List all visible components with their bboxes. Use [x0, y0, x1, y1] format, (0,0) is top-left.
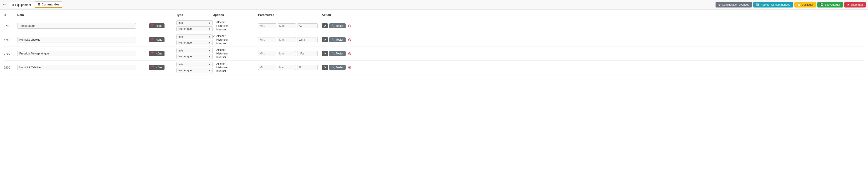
type-primary-select[interactable]: Info ▼ [176, 21, 213, 26]
cell-options: Afficher Historiser Inverser [213, 62, 258, 73]
icone-button[interactable]: 🚩 Icône [149, 51, 164, 56]
type-secondary-value: Numérique [178, 69, 192, 72]
type-primary-select[interactable]: Info ▼ [176, 48, 213, 53]
param-max-input[interactable] [278, 37, 296, 42]
param-max-input[interactable] [278, 65, 296, 70]
option-item: Inverser [213, 56, 258, 59]
chevron-down-icon: ▼ [208, 36, 211, 38]
remove-button[interactable]: ⊖ [347, 51, 352, 56]
option-label: Inverser [216, 42, 226, 45]
param-unit-input[interactable] [297, 51, 318, 56]
sauvegarder-label: Sauvegarder [825, 3, 840, 6]
dupliquer-button[interactable]: 📋 Dupliquer [795, 2, 816, 7]
chevron-down-icon: ▼ [208, 28, 211, 30]
option-item: Historiser [213, 24, 258, 28]
option-item: Inverser [213, 42, 258, 45]
minus-circle-icon: ⊖ [348, 51, 351, 56]
param-min-input[interactable] [258, 51, 276, 56]
table-body: 9798 🚩 Icône Info ▼ Numérique ▼ Afficher [4, 19, 864, 74]
tester-button[interactable]: 🔧 Tester [329, 37, 346, 42]
icone-button[interactable]: 🚩 Icône [149, 37, 164, 42]
type-secondary-select[interactable]: Numérique ▼ [176, 26, 213, 31]
top-actions-bar: ⚙ Configuration avancée 🔄 Recréer les co… [716, 2, 866, 7]
tester-button[interactable]: 🔧 Tester [329, 51, 346, 56]
supprimer-button[interactable]: ✖ Supprimer [844, 2, 866, 7]
type-primary-value: Info [178, 63, 183, 66]
type-secondary-select[interactable]: Numérique ▼ [176, 54, 213, 59]
type-secondary-select[interactable]: Numérique ▼ [176, 40, 213, 45]
tester-button[interactable]: 🔧 Tester [329, 23, 346, 28]
back-button[interactable]: ← [2, 2, 6, 7]
col-header-icone [149, 13, 176, 16]
commandes-tab-icon: ☰ [38, 3, 40, 6]
flag-icon: 🚩 [151, 66, 155, 69]
icone-button[interactable]: 🚩 Icône [149, 65, 164, 70]
cell-action: ⚙ 🔧 Tester ⊖ [322, 65, 864, 70]
remove-button[interactable]: ⊖ [347, 37, 352, 42]
config-avancee-button[interactable]: ⚙ Configuration avancée [716, 2, 752, 7]
cell-options: ✓ Afficher Historiser Inverser [213, 35, 258, 45]
cell-id: 9800 [4, 66, 17, 69]
nom-input[interactable] [17, 51, 136, 56]
type-primary-select[interactable]: Info ▼ [176, 62, 213, 67]
action-settings-button[interactable]: ⚙ [322, 51, 328, 56]
type-primary-value: Info [178, 21, 183, 25]
tab-equipement[interactable]: 🖥 Equipement [8, 2, 34, 8]
minus-circle-icon: ⊖ [348, 24, 351, 28]
option-label: Historiser [216, 66, 228, 69]
supprimer-label: Supprimer [850, 3, 863, 6]
remove-button[interactable]: ⊖ [347, 65, 352, 70]
option-item: Historiser [213, 38, 258, 41]
recreer-icon: 🔄 [756, 3, 760, 6]
option-label: Inverser [216, 28, 226, 31]
cell-id: 9798 [4, 24, 17, 28]
cell-icone: 🚩 Icône [149, 65, 176, 70]
cell-type: Info ▼ Numérique ▼ [176, 21, 213, 31]
cell-action: ⚙ 🔧 Tester ⊖ [322, 37, 864, 42]
cell-type: Info ▼ Numérique ▼ [176, 48, 213, 59]
tab-commandes[interactable]: ☰ Commandes [35, 1, 62, 8]
type-primary-select[interactable]: Info ▼ [176, 34, 213, 39]
type-secondary-value: Numérique [178, 27, 192, 30]
option-label: Inverser [216, 69, 226, 73]
nom-input[interactable] [17, 37, 136, 42]
nom-input[interactable] [17, 23, 136, 29]
param-unit-input[interactable] [297, 37, 318, 42]
option-item: Afficher [213, 48, 258, 51]
settings-icon: ⚙ [323, 52, 326, 55]
cell-options: Afficher Historiser Inverser [213, 21, 258, 31]
type-secondary-select[interactable]: Numérique ▼ [176, 68, 213, 73]
settings-icon: ⚙ [323, 66, 326, 69]
cell-icone: 🚩 Icône [149, 37, 176, 42]
param-max-input[interactable] [278, 51, 296, 56]
param-min-input[interactable] [258, 65, 276, 70]
cell-params [258, 37, 322, 42]
option-label: Afficher [216, 21, 225, 24]
param-max-input[interactable] [278, 23, 296, 28]
chevron-down-icon: ▼ [208, 22, 211, 24]
tab-equipement-label: Equipement [15, 3, 31, 7]
chevron-down-icon: ▼ [208, 49, 211, 52]
option-label: Historiser [216, 52, 228, 55]
sauvegarder-button[interactable]: 💾 Sauvegarder [817, 2, 843, 7]
action-settings-button[interactable]: ⚙ [322, 23, 328, 28]
param-unit-input[interactable] [297, 65, 318, 70]
param-min-input[interactable] [258, 37, 276, 42]
param-min-input[interactable] [258, 23, 276, 28]
remove-button[interactable]: ⊖ [347, 23, 352, 28]
icone-button[interactable]: 🚩 Icône [149, 23, 164, 28]
flag-icon: 🚩 [151, 24, 155, 28]
col-header-id: Id [4, 13, 17, 16]
tester-label: Tester [336, 52, 343, 55]
tester-label: Tester [336, 66, 343, 69]
tester-button[interactable]: 🔧 Tester [329, 65, 346, 70]
cell-nom [17, 37, 149, 42]
action-settings-button[interactable]: ⚙ [322, 65, 328, 70]
icone-label: Icône [156, 66, 162, 69]
param-unit-input[interactable] [297, 23, 318, 28]
action-settings-button[interactable]: ⚙ [322, 37, 328, 42]
chevron-down-icon: ▼ [208, 56, 211, 58]
recreer-commandes-button[interactable]: 🔄 Recréer les commandes [753, 2, 793, 7]
nom-input[interactable] [17, 65, 136, 70]
settings-icon: ⚙ [323, 24, 326, 28]
